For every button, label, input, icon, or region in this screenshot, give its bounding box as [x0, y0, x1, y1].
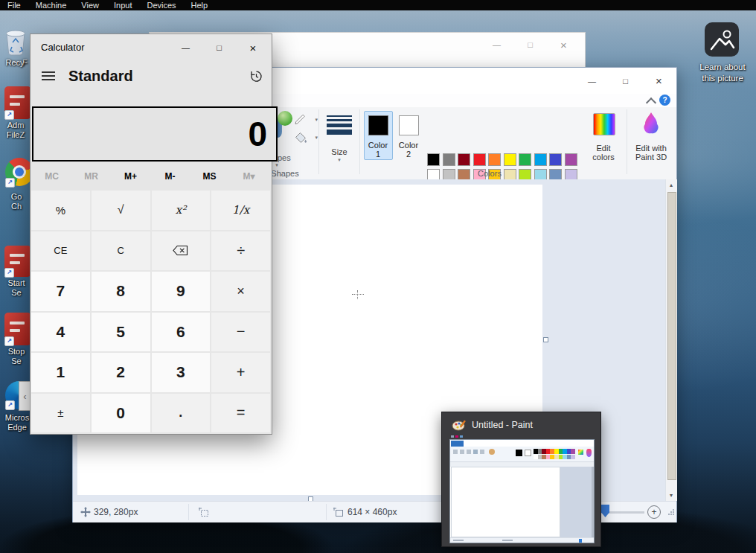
memory-recall-button[interactable]: MR — [71, 166, 111, 187]
palette-color[interactable] — [534, 153, 547, 166]
history-icon[interactable] — [249, 69, 263, 83]
crosshair-cursor — [352, 294, 364, 295]
crosshair-cursor — [357, 290, 358, 299]
maximize-button[interactable]: □ — [513, 35, 547, 54]
key-5[interactable]: 5 — [92, 313, 150, 352]
close-button[interactable]: × — [642, 68, 676, 94]
scroll-up-icon[interactable]: ▴ — [666, 179, 676, 191]
memory-clear-button[interactable]: MC — [32, 166, 71, 187]
color2-button[interactable]: Color 2 — [394, 111, 423, 160]
learn-about-label-line2: this picture — [688, 74, 756, 83]
minimize-button[interactable]: — — [480, 35, 513, 54]
key-decimal[interactable]: . — [152, 394, 211, 433]
stop-service-label-line1: Stop — [0, 347, 33, 357]
shortcut-arrow-icon: ↗ — [4, 268, 14, 278]
resize-grip[interactable] — [667, 508, 675, 517]
memory-store-button[interactable]: MS — [190, 166, 229, 187]
key-2[interactable]: 2 — [92, 353, 150, 392]
key-divide[interactable]: ÷ — [211, 231, 270, 271]
key-8[interactable]: 8 — [92, 272, 150, 311]
paint-app-icon — [452, 419, 467, 431]
hamburger-menu-icon[interactable] — [42, 71, 55, 81]
key-percent[interactable]: % — [31, 191, 90, 230]
key-6[interactable]: 6 — [152, 313, 211, 352]
palette-color[interactable] — [504, 153, 516, 166]
color1-label-line2: 1 — [365, 150, 391, 159]
shortcut-arrow-icon: ↗ — [5, 178, 15, 188]
calculator-display: 0 — [32, 106, 278, 162]
key-negate[interactable]: ± — [31, 394, 90, 433]
key-multiply[interactable]: × — [211, 272, 270, 311]
vertical-scrollbar[interactable]: ▴ ▾ — [665, 179, 677, 501]
preview-title: Untitled - Paint — [472, 420, 533, 430]
palette-color[interactable] — [549, 153, 562, 166]
shape-outline-button[interactable]: ▾ — [294, 114, 318, 129]
paint3d-label-line1: Edit with — [630, 144, 673, 153]
calculator-mode-title[interactable]: Standard — [68, 68, 133, 85]
edit-with-paint3d-button[interactable]: Edit with Paint 3D — [630, 111, 673, 169]
key-equals[interactable]: = — [211, 394, 270, 433]
menu-file[interactable]: File — [0, 0, 28, 10]
edit-colors-button[interactable]: Edit colors — [583, 111, 624, 169]
key-subtract[interactable]: − — [211, 313, 270, 352]
minimize-button[interactable]: — — [169, 34, 202, 61]
key-1[interactable]: 1 — [31, 353, 90, 392]
scroll-down-icon[interactable]: ▾ — [666, 490, 676, 501]
chrome-label-line1: Go — [0, 192, 33, 202]
paint-thumbnail-preview[interactable]: Untitled - Paint — [441, 412, 601, 547]
size-lines-icon — [323, 111, 356, 135]
start-service-label-line1: Start — [0, 278, 33, 288]
key-3[interactable]: 3 — [152, 353, 211, 392]
key-4[interactable]: 4 — [31, 313, 90, 352]
palette-color[interactable] — [427, 153, 440, 166]
key-add[interactable]: + — [211, 353, 270, 392]
help-icon[interactable]: ? — [659, 95, 670, 106]
start-service-label-line2: Se — [0, 288, 33, 298]
memory-subtract-button[interactable]: M- — [150, 166, 190, 187]
key-sqrt[interactable]: √ — [92, 191, 150, 230]
preview-mini-qat — [451, 435, 473, 438]
menu-input[interactable]: Input — [106, 0, 139, 10]
maximize-button[interactable]: □ — [609, 68, 642, 94]
size-label: Size — [323, 147, 356, 156]
color1-swatch — [368, 115, 388, 135]
learn-about-label-line1: Learn about — [688, 63, 756, 72]
scrollbar-thumb[interactable] — [667, 192, 676, 480]
palette-color[interactable] — [488, 153, 501, 166]
key-clear-entry[interactable]: CE — [31, 231, 90, 271]
edit-colors-icon — [593, 113, 615, 135]
key-0[interactable]: 0 — [92, 394, 150, 433]
menu-view[interactable]: View — [74, 0, 106, 10]
memory-flyout-button[interactable]: M▾ — [229, 166, 269, 187]
palette-color[interactable] — [443, 153, 455, 166]
minimize-button[interactable]: — — [575, 68, 609, 94]
menu-help[interactable]: Help — [184, 0, 216, 10]
key-7[interactable]: 7 — [31, 272, 90, 311]
canvas-size-icon — [333, 507, 344, 518]
menu-machine[interactable]: Machine — [28, 0, 74, 10]
edit-colors-label-line2: colors — [583, 153, 624, 162]
shape-fill-button[interactable]: ▾ — [294, 132, 318, 147]
zoom-in-button[interactable]: + — [647, 505, 661, 519]
color1-button[interactable]: Color 1 — [364, 111, 393, 160]
palette-color[interactable] — [458, 153, 470, 166]
memory-add-button[interactable]: M+ — [111, 166, 150, 187]
size-button[interactable]: Size ▾ — [323, 111, 356, 175]
close-button[interactable]: × — [236, 34, 270, 61]
key-clear[interactable]: C — [92, 231, 150, 271]
key-backspace[interactable] — [152, 231, 211, 271]
key-square[interactable]: x² — [152, 191, 211, 230]
collapse-ribbon-icon[interactable] — [647, 99, 655, 106]
palette-color[interactable] — [565, 153, 577, 166]
key-9[interactable]: 9 — [152, 272, 211, 311]
shortcut-arrow-icon: ↗ — [5, 400, 15, 410]
menu-devices[interactable]: Devices — [139, 0, 183, 10]
selection-size-icon — [198, 507, 209, 518]
canvas-resize-handle-right[interactable] — [543, 337, 548, 342]
palette-color[interactable] — [473, 153, 486, 166]
maximize-button[interactable]: □ — [202, 34, 236, 61]
key-reciprocal[interactable]: 1/x — [211, 191, 270, 230]
zoom-slider-handle[interactable] — [601, 505, 609, 517]
palette-color[interactable] — [519, 153, 531, 166]
close-button[interactable]: × — [547, 35, 580, 54]
